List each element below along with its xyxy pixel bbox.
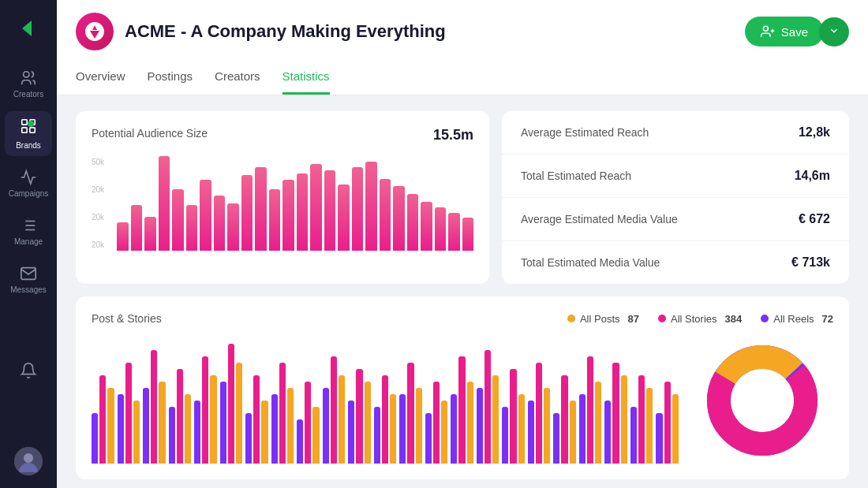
donut-chart-container xyxy=(691,337,833,464)
app-logo[interactable] xyxy=(13,13,44,44)
bar-reels-7 xyxy=(271,394,278,464)
bar-10 xyxy=(241,175,253,251)
bar-group-13 xyxy=(425,382,448,464)
tab-overview[interactable]: Overview xyxy=(76,63,125,95)
bar-reels-9 xyxy=(323,388,329,464)
bar-posts-9 xyxy=(339,375,345,464)
bar-12 xyxy=(269,189,281,251)
user-avatar[interactable] xyxy=(14,447,43,475)
bar-group-3 xyxy=(169,369,192,464)
post-stories-card: Post & Stories All Posts 87 All Stories … xyxy=(76,296,849,479)
bar-reels-0 xyxy=(92,413,98,464)
bar-group-4 xyxy=(194,356,217,464)
y-label-20k-3: 20k xyxy=(92,240,112,249)
bar-stories-18 xyxy=(561,375,567,464)
svg-rect-4 xyxy=(22,128,27,132)
bar-reels-6 xyxy=(245,413,252,464)
bar-group-7 xyxy=(271,363,294,464)
legend-count-posts: 87 xyxy=(628,313,639,325)
page-title: ACME - A Company Making Everything xyxy=(125,21,446,42)
bar-reels-18 xyxy=(553,413,559,464)
bar-stories-9 xyxy=(331,356,337,464)
y-label-50k: 50k xyxy=(92,158,112,166)
bar-reels-15 xyxy=(477,388,483,464)
donut-chart xyxy=(703,341,821,460)
bar-22 xyxy=(407,194,419,251)
bar-16 xyxy=(324,170,336,251)
sidebar-item-notifications[interactable] xyxy=(13,356,43,386)
bar-group-9 xyxy=(323,356,346,464)
bar-reels-5 xyxy=(220,382,226,464)
sidebar-item-creators[interactable]: Creators xyxy=(5,63,52,105)
bar-posts-3 xyxy=(185,394,191,464)
svg-point-13 xyxy=(24,453,33,463)
stat-label-2: Average Estimated Media Value xyxy=(521,213,678,225)
brands-active-dot xyxy=(28,121,34,127)
sidebar-item-brands[interactable]: Brands xyxy=(5,111,52,156)
svg-point-20 xyxy=(731,369,794,432)
bar-group-15 xyxy=(477,350,499,464)
sidebar-item-manage-label: Manage xyxy=(14,237,43,246)
sidebar-item-campaigns[interactable]: Campaigns xyxy=(5,162,52,204)
bar-posts-10 xyxy=(365,382,371,464)
bar-stories-17 xyxy=(536,363,542,464)
bar-posts-19 xyxy=(595,382,601,464)
svg-point-1 xyxy=(24,72,29,77)
stat-value-2: € 672 xyxy=(799,212,830,226)
tab-statistics[interactable]: Statistics xyxy=(282,63,330,95)
stat-label-1: Total Estimated Reach xyxy=(521,169,631,182)
bar-reels-12 xyxy=(399,394,406,464)
sidebar: Creators Brands Campaigns Manage xyxy=(0,0,57,488)
bar-posts-18 xyxy=(570,400,576,464)
stat-value-1: 14,6m xyxy=(795,169,830,183)
tab-creators[interactable]: Creators xyxy=(215,63,260,95)
bar-stories-14 xyxy=(458,356,465,464)
stat-label-0: Average Estimated Reach xyxy=(521,126,649,139)
bar-1 xyxy=(117,222,129,251)
save-dropdown-button[interactable] xyxy=(819,17,849,47)
bar-stories-0 xyxy=(99,375,106,464)
brand-info: ACME - A Company Making Everything xyxy=(76,13,446,50)
stat-value-3: € 713k xyxy=(791,255,830,270)
bar-8 xyxy=(214,196,226,251)
bar-posts-4 xyxy=(210,375,216,464)
post-stories-header: Post & Stories All Posts 87 All Stories … xyxy=(92,312,833,325)
sidebar-item-manage[interactable]: Manage xyxy=(5,210,52,252)
bar-17 xyxy=(338,184,350,251)
save-button[interactable]: Save xyxy=(745,17,824,47)
svg-rect-5 xyxy=(30,128,35,132)
bar-group-10 xyxy=(348,369,371,464)
bar-reels-4 xyxy=(194,400,200,464)
bar-posts-17 xyxy=(544,388,550,464)
bar-25 xyxy=(448,213,460,251)
bar-group-14 xyxy=(451,356,473,464)
bar-21 xyxy=(393,186,405,251)
sidebar-item-messages[interactable]: Messages xyxy=(5,259,52,300)
bar-stories-5 xyxy=(228,344,234,464)
bar-reels-19 xyxy=(579,394,586,464)
bar-reels-14 xyxy=(451,394,457,464)
bar-posts-13 xyxy=(441,400,447,464)
bar-group-5 xyxy=(220,344,243,464)
stats-card: Average Estimated Reach 12,8k Total Esti… xyxy=(502,111,849,284)
bar-group-8 xyxy=(297,382,320,464)
bar-group-22 xyxy=(656,382,679,464)
bar-reels-17 xyxy=(528,400,534,464)
tab-postings[interactable]: Postings xyxy=(148,63,193,95)
bar-posts-7 xyxy=(287,388,294,464)
bar-9 xyxy=(227,203,239,251)
bar-group-0 xyxy=(92,375,114,464)
bar-posts-16 xyxy=(518,394,525,464)
brand-logo xyxy=(76,13,114,50)
bar-19 xyxy=(365,162,377,251)
bar-3 xyxy=(144,217,156,251)
svg-marker-0 xyxy=(22,20,32,36)
bar-group-1 xyxy=(118,363,140,464)
legend-posts: All Posts 87 xyxy=(567,313,639,325)
sidebar-item-messages-label: Messages xyxy=(10,285,47,294)
bar-stories-10 xyxy=(356,369,362,464)
bar-reels-16 xyxy=(502,407,508,464)
bar-posts-15 xyxy=(492,375,499,464)
bar-reels-20 xyxy=(604,400,611,464)
bar-20 xyxy=(380,179,391,251)
